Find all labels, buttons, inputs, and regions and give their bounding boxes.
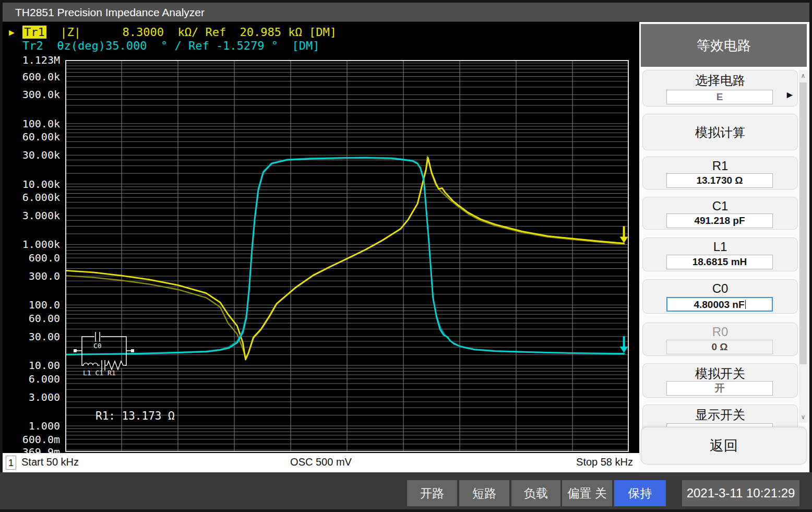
scrollbar-thumb[interactable] bbox=[799, 82, 807, 364]
trace-end-arrow-icon bbox=[620, 336, 628, 353]
y-axis-tick-label: 10.00k bbox=[3, 178, 60, 190]
r1-label: R1 bbox=[643, 159, 797, 173]
channel-indicator: 1 bbox=[6, 456, 16, 470]
scroll-up-icon[interactable]: ∧ bbox=[799, 72, 807, 79]
trace2-badge[interactable]: Tr2 bbox=[22, 39, 43, 52]
return-button[interactable]: 返回 bbox=[641, 427, 807, 465]
y-axis-tick-label: 300.0k bbox=[3, 88, 60, 101]
display-switch-label: 显示开关 bbox=[643, 407, 797, 423]
trace-z_meas bbox=[65, 158, 625, 360]
trace2-info-row[interactable]: Tr2 θz(deg)35.000 ° / Ref -1.5279 ° [DM] bbox=[9, 39, 320, 53]
c0-value-field[interactable]: 4.80003 nF bbox=[666, 297, 773, 312]
open-cal-button[interactable]: 开路 bbox=[407, 480, 457, 506]
text-cursor bbox=[745, 300, 746, 309]
simulate-switch-button[interactable]: 模拟开关 开 bbox=[642, 363, 798, 398]
y-axis-tick-label: 30.00 bbox=[3, 330, 60, 343]
c0-label: C0 bbox=[643, 281, 797, 296]
start-frequency-label[interactable]: Start 50 kHz bbox=[21, 456, 79, 468]
c1-value-field[interactable]: 491.218 pF bbox=[666, 213, 773, 228]
r1-value-field[interactable]: 13.1730 Ω bbox=[666, 173, 773, 188]
y-axis-tick-label: 60.00k bbox=[3, 130, 60, 143]
trace1-info-row[interactable]: ▶Tr1 |Z| 8.3000 kΩ/ Ref 20.985 kΩ [DM] bbox=[9, 26, 337, 39]
y-axis-tick-label: 600.0 bbox=[3, 252, 60, 264]
r1-button[interactable]: R1 13.1730 Ω bbox=[642, 157, 798, 189]
y-axis-tick-label: 300.0 bbox=[3, 270, 60, 282]
simulate-switch-value[interactable]: 开 bbox=[666, 381, 773, 396]
r0-label: R0 bbox=[643, 325, 797, 339]
load-cal-button[interactable]: 负载 bbox=[511, 480, 560, 506]
y-axis-tick-label: 60.00 bbox=[3, 312, 60, 325]
l1-value-field[interactable]: 18.6815 mH bbox=[666, 255, 773, 269]
sweep-status-strip: 1 Start 50 kHz OSC 500 mV Stop 58 kHz bbox=[3, 453, 639, 472]
panel-title: 等效电路 bbox=[641, 24, 807, 67]
window-title: TH2851 Precision Impedance Analyzer bbox=[15, 6, 205, 18]
y-axis-tick-label: 3.000 bbox=[3, 391, 60, 403]
trace-end-arrow-icon bbox=[620, 226, 628, 243]
submenu-arrow-icon: ► bbox=[785, 89, 795, 101]
c1-button[interactable]: C1 491.218 pF bbox=[642, 197, 798, 230]
clock-display: 2021-3-11 10:21:29 bbox=[682, 480, 799, 506]
circuit-label-c0: C0 bbox=[93, 342, 102, 350]
scroll-down-icon[interactable]: ∨ bbox=[799, 413, 807, 421]
bottom-bar: 开路 短路 负载 偏置 关 保持 2021-3-11 10:21:29 bbox=[0, 472, 812, 509]
y-axis-tick-label: 6.000 bbox=[3, 373, 60, 385]
l1-label: L1 bbox=[643, 240, 797, 254]
measurement-area: ▶Tr1 |Z| 8.3000 kΩ/ Ref 20.985 kΩ [DM] T… bbox=[3, 22, 639, 453]
select-circuit-value[interactable]: E bbox=[666, 90, 773, 104]
l1-button[interactable]: L1 18.6815 mH bbox=[642, 237, 798, 271]
circuit-label-l1c1r1: L1 C1 R1 bbox=[83, 369, 116, 377]
analyzer-window: TH2851 Precision Impedance Analyzer ▶Tr1… bbox=[0, 0, 812, 512]
y-axis-tick-label: 30.00k bbox=[3, 149, 60, 161]
soft-key-panel: 等效电路 选择电路 E ► 模拟计算 R1 13.1730 Ω C1 491.2… bbox=[639, 22, 809, 472]
annotation-r1: R1: 13.173 Ω bbox=[95, 409, 181, 423]
stop-frequency-label[interactable]: Stop 58 kHz bbox=[576, 456, 633, 468]
c0-value-text: 4.80003 nF bbox=[694, 299, 744, 310]
select-circuit-label: 选择电路 bbox=[643, 72, 797, 89]
y-axis-tick-label: 1.000k bbox=[3, 238, 60, 251]
simulate-calc-button[interactable]: 模拟计算 bbox=[642, 114, 798, 150]
c1-label: C1 bbox=[643, 199, 797, 213]
trace2-readout: θz(deg)35.000 ° / Ref -1.5279 ° [DM] bbox=[43, 39, 320, 52]
simulate-calc-label: 模拟计算 bbox=[643, 116, 797, 149]
y-axis-tick-label: 1.000 bbox=[3, 420, 60, 432]
r0-value-field: 0 Ω bbox=[666, 340, 773, 354]
y-axis-tick-label: 3.000k bbox=[3, 209, 60, 222]
y-axis-tick-label: 6.000k bbox=[3, 191, 60, 204]
y-axis-tick-label: 100.0k bbox=[3, 117, 60, 130]
short-cal-button[interactable]: 短路 bbox=[459, 480, 509, 506]
y-axis-tick-label: 600.0k bbox=[3, 70, 60, 83]
active-trace-marker-icon: ▶ bbox=[9, 26, 22, 39]
simulate-switch-label: 模拟开关 bbox=[643, 365, 797, 382]
select-circuit-button[interactable]: 选择电路 E ► bbox=[642, 70, 798, 106]
y-axis-tick-label: 600.0m bbox=[3, 433, 60, 446]
trace1-badge[interactable]: Tr1 bbox=[22, 26, 46, 39]
trace-theta_meas bbox=[65, 158, 625, 354]
title-bar: TH2851 Precision Impedance Analyzer bbox=[3, 3, 809, 22]
osc-level-label[interactable]: OSC 500 mV bbox=[290, 456, 352, 468]
trace1-readout: |Z| 8.3000 kΩ/ Ref 20.985 kΩ [DM] bbox=[46, 26, 337, 39]
c0-button[interactable]: C0 4.80003 nF bbox=[642, 279, 798, 314]
r0-button[interactable]: R0 0 Ω bbox=[642, 323, 798, 356]
y-axis-tick-label: 1.123M bbox=[3, 54, 60, 66]
trace2-marker-spacer bbox=[9, 39, 22, 53]
hold-button[interactable]: 保持 bbox=[614, 480, 666, 506]
y-axis-tick-label: 10.00 bbox=[3, 359, 60, 372]
bias-off-button[interactable]: 偏置 关 bbox=[562, 480, 612, 506]
panel-scrollbar[interactable]: ∧ ∨ bbox=[799, 70, 807, 423]
y-axis-tick-label: 100.0 bbox=[3, 299, 60, 311]
